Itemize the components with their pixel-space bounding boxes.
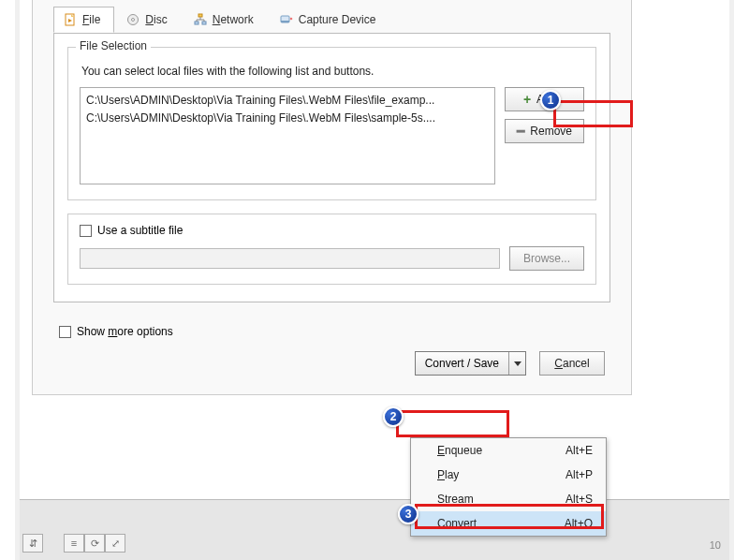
- file-selection-helper: You can select local files with the foll…: [81, 65, 584, 78]
- callout-1: 1: [540, 90, 561, 111]
- menu-item-label: Stream: [437, 493, 474, 506]
- browse-button: Browse...: [509, 246, 584, 271]
- tab-network-label: Network: [213, 13, 254, 26]
- callout-3: 3: [398, 504, 419, 524]
- svg-rect-5: [198, 14, 202, 17]
- show-more-checkbox[interactable]: [59, 326, 71, 338]
- menu-item-label: Enqueue: [437, 444, 482, 457]
- tab-file[interactable]: File: [53, 7, 114, 33]
- file-list[interactable]: C:\Users\ADMIN\Desktop\Via Training File…: [80, 87, 495, 184]
- tab-disc[interactable]: Disc: [116, 6, 181, 32]
- network-icon: [194, 13, 207, 26]
- toolbar-button[interactable]: ⤢: [105, 534, 125, 553]
- window-bottom-area: [20, 499, 729, 560]
- tab-disc-label: Disc: [145, 13, 167, 26]
- file-selection-legend: File Selection: [76, 39, 151, 52]
- open-media-dialog: File Disc Network Capture Device: [32, 0, 632, 395]
- toolbar-button[interactable]: ⇵: [22, 534, 43, 553]
- tab-panel-file: File Selection You can select local file…: [53, 33, 610, 302]
- menu-item-accel: Alt+O: [565, 517, 593, 530]
- subtitle-group: Use a subtitle file Browse...: [67, 214, 596, 285]
- toolbar-button[interactable]: ≡: [64, 534, 84, 553]
- toolbar-button[interactable]: ⟳: [84, 534, 105, 553]
- minus-icon: ━: [517, 127, 524, 135]
- svg-rect-6: [195, 22, 198, 24]
- plus-icon: +: [523, 95, 531, 104]
- tab-network[interactable]: Network: [184, 6, 268, 32]
- svg-rect-7: [202, 22, 206, 24]
- remove-button[interactable]: ━ Remove: [505, 119, 584, 143]
- menu-item-enqueue[interactable]: Enqueue Alt+E: [411, 438, 606, 463]
- source-tabs: File Disc Network Capture Device: [33, 0, 631, 33]
- page-number: 10: [710, 539, 721, 551]
- browse-button-label: Browse...: [523, 252, 570, 265]
- menu-item-label: Play: [437, 468, 459, 481]
- tab-capture-label: Capture Device: [299, 13, 376, 26]
- menu-item-accel: Alt+S: [565, 493, 593, 506]
- capture-icon: [280, 13, 293, 26]
- tab-file-label: File: [82, 13, 100, 26]
- svg-point-4: [132, 18, 135, 21]
- dropdown-arrow-icon[interactable]: [508, 352, 525, 375]
- file-icon: [64, 13, 77, 26]
- menu-item-accel: Alt+E: [565, 444, 593, 457]
- tab-capture[interactable]: Capture Device: [270, 6, 390, 32]
- callout-2: 2: [383, 406, 404, 427]
- dialog-buttons: Convert / Save Cancel: [33, 338, 631, 376]
- subtitle-path-input: [80, 248, 500, 269]
- file-list-item[interactable]: C:\Users\ADMIN\Desktop\Via Training File…: [86, 110, 489, 127]
- svg-marker-11: [514, 361, 521, 366]
- convert-save-label: Convert / Save: [416, 352, 508, 375]
- menu-item-stream[interactable]: Stream Alt+S: [411, 487, 606, 511]
- disc-icon: [126, 13, 140, 26]
- show-more-label: Show more options: [77, 325, 173, 338]
- cancel-button-label: Cancel: [554, 357, 589, 370]
- convert-save-button[interactable]: Convert / Save: [415, 351, 526, 376]
- file-list-item[interactable]: C:\Users\ADMIN\Desktop\Via Training File…: [86, 92, 489, 110]
- menu-item-convert[interactable]: Convert Alt+O: [411, 511, 606, 536]
- svg-point-10: [289, 17, 292, 20]
- subtitle-checkbox-label: Use a subtitle file: [97, 224, 183, 237]
- bottom-toolbar: ⇵ ≡ ⟳ ⤢: [22, 534, 125, 553]
- menu-item-play[interactable]: Play Alt+P: [411, 463, 606, 487]
- subtitle-checkbox[interactable]: [80, 225, 92, 237]
- menu-item-accel: Alt+P: [565, 468, 593, 481]
- remove-button-label: Remove: [530, 125, 572, 138]
- convert-save-menu: Enqueue Alt+E Play Alt+P Stream Alt+S Co…: [410, 437, 607, 537]
- svg-rect-9: [281, 21, 289, 22]
- menu-item-label: Convert: [437, 517, 477, 530]
- show-more-row[interactable]: Show more options: [59, 325, 631, 338]
- cancel-button[interactable]: Cancel: [539, 351, 605, 376]
- file-selection-group: File Selection You can select local file…: [67, 47, 596, 200]
